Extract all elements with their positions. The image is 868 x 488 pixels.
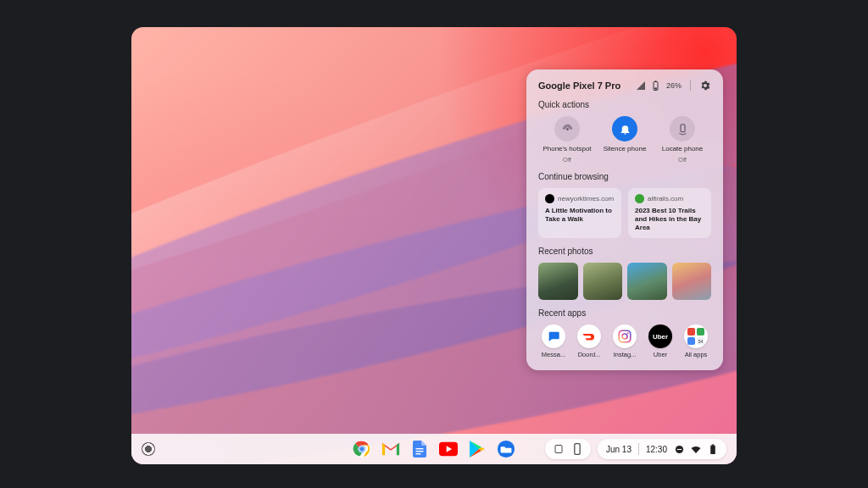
quick-actions-row: Phone's hotspot Off Silence phone Locate…: [538, 116, 711, 164]
recent-photos-title: Recent photos: [538, 247, 711, 256]
svg-rect-21: [710, 445, 715, 453]
separator: [638, 443, 639, 455]
favicon-alltrails: [635, 194, 644, 203]
browsing-row: newyorktimes.com A Little Motivation to …: [538, 188, 711, 238]
uber-icon: Uber: [648, 324, 672, 348]
favicon-nyt: [545, 194, 554, 203]
recent-app-instagram[interactable]: Instag...: [609, 324, 640, 358]
quick-action-hotspot[interactable]: Phone's hotspot Off: [542, 116, 593, 164]
quick-actions-title: Quick actions: [538, 100, 711, 109]
recent-photos-row: [538, 263, 711, 300]
settings-button[interactable]: [699, 80, 711, 92]
svg-rect-20: [676, 448, 682, 449]
wifi-icon: [691, 444, 701, 454]
svg-rect-12: [416, 448, 424, 449]
battery-percent: 26%: [666, 81, 682, 90]
battery-icon: [708, 444, 718, 454]
quick-action-label: Locate phone: [662, 145, 704, 152]
tablet-icon: [554, 444, 564, 454]
all-apps-badge: 54: [697, 337, 704, 345]
quick-action-label: Silence phone: [604, 145, 647, 152]
phone-hub-tray-button[interactable]: [545, 439, 591, 459]
launcher-button[interactable]: [142, 442, 155, 456]
svg-rect-14: [416, 453, 421, 454]
locate-phone-icon: [670, 116, 695, 141]
quick-action-sub: Off: [678, 156, 687, 164]
signal-icon: [636, 80, 646, 91]
svg-rect-13: [416, 451, 424, 452]
all-apps-icon: 54: [684, 324, 708, 348]
device-name: Google Pixel 7 Pro: [538, 80, 631, 91]
svg-rect-17: [555, 446, 562, 453]
shelf-app-files[interactable]: [497, 440, 515, 458]
battery-icon: [651, 80, 661, 91]
recent-app-allapps[interactable]: 54 All apps: [681, 324, 711, 358]
svg-rect-2: [654, 88, 657, 90]
browsing-card[interactable]: alltrails.com 2023 Best 10 Trails and Hi…: [628, 188, 711, 238]
shelf-app-chrome[interactable]: [353, 440, 371, 458]
svg-point-3: [566, 128, 569, 130]
svg-rect-5: [619, 331, 631, 343]
quick-action-locate[interactable]: Locate phone Off: [657, 116, 708, 164]
messages-icon: [542, 324, 565, 348]
bell-icon: [612, 116, 637, 141]
app-label: All apps: [685, 351, 708, 358]
browsing-title: 2023 Best 10 Trails and Hikes in the Bay…: [635, 207, 704, 232]
phone-icon: [572, 444, 582, 454]
browsing-domain: newyorktimes.com: [558, 195, 614, 202]
recent-photo[interactable]: [538, 263, 578, 300]
shelf-pinned-apps: [353, 440, 515, 458]
instagram-icon: [613, 324, 637, 348]
browsing-card[interactable]: newyorktimes.com A Little Motivation to …: [538, 188, 621, 238]
recent-photo[interactable]: [627, 263, 667, 300]
desktop-screen: Google Pixel 7 Pro 26% Quick actions Pho…: [131, 27, 737, 464]
doordash-icon: [577, 324, 601, 348]
browsing-domain: alltrails.com: [648, 195, 683, 202]
phone-hub-panel: Google Pixel 7 Pro 26% Quick actions Pho…: [526, 69, 723, 370]
recent-apps-title: Recent apps: [538, 308, 711, 318]
status-date: Jun 13: [606, 445, 632, 454]
quick-action-label: Phone's hotspot: [542, 145, 591, 152]
svg-point-6: [622, 334, 627, 339]
status-time: 12:30: [646, 445, 667, 454]
hotspot-icon: [554, 116, 580, 141]
shelf-app-docs[interactable]: [410, 440, 429, 458]
continue-browsing-title: Continue browsing: [538, 172, 711, 181]
app-label: Uber: [654, 351, 667, 358]
recent-app-messages[interactable]: Messa...: [538, 324, 569, 358]
svg-rect-4: [681, 124, 685, 131]
recent-apps-row: Messa... Doord... Instag... Uber Uber: [538, 324, 711, 358]
shelf-status-area: Jun 13 12:30: [545, 439, 726, 459]
recent-photo[interactable]: [672, 263, 712, 300]
recent-photo[interactable]: [583, 263, 623, 300]
panel-header: Google Pixel 7 Pro 26%: [538, 80, 711, 92]
app-label: Instag...: [614, 351, 637, 358]
quick-action-silence[interactable]: Silence phone: [599, 116, 650, 164]
dnd-icon: [674, 444, 684, 454]
shelf-app-play[interactable]: [468, 440, 487, 458]
svg-rect-18: [575, 444, 580, 455]
shelf: Jun 13 12:30: [131, 434, 737, 464]
browsing-title: A Little Motivation to Take a Walk: [545, 207, 615, 224]
svg-rect-1: [655, 80, 657, 81]
status-tray[interactable]: Jun 13 12:30: [598, 439, 726, 459]
app-label: Messa...: [542, 351, 565, 358]
shelf-app-gmail[interactable]: [381, 440, 400, 458]
svg-point-7: [627, 333, 629, 335]
quick-action-sub: Off: [563, 156, 571, 164]
shelf-app-youtube[interactable]: [439, 440, 458, 458]
app-label: Doord...: [578, 351, 601, 358]
recent-app-doordash[interactable]: Doord...: [574, 324, 604, 358]
separator: [690, 80, 691, 91]
svg-rect-22: [712, 444, 715, 445]
recent-app-uber[interactable]: Uber Uber: [645, 324, 676, 358]
